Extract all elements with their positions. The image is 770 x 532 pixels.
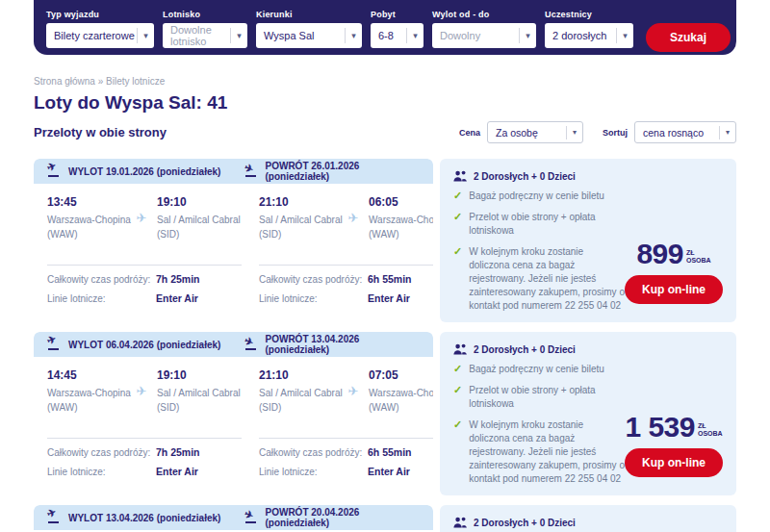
- note-text: W kolejnym kroku zostanie doliczona cena…: [469, 418, 625, 486]
- takeoff-icon: ✈: [47, 165, 61, 177]
- route: 21:10 Sal / Amilcal Cabral (SID) ✈ 06:05…: [259, 195, 433, 241]
- passengers-text: 2 Dorosłych + 0 Dzieci: [474, 344, 576, 355]
- arrival-airport: Sal / Amilcal Cabral (SID): [157, 213, 242, 241]
- segments: 13:45 Warszawa-Chopina (WAW) ✈ 19:10 Sal…: [34, 184, 433, 316]
- flight-card: ✈ WYLOT 13.04.2026 (poniedziałek) ✈ POWR…: [34, 505, 736, 532]
- duration-value: 6h 55min: [368, 273, 412, 285]
- stay-length-select[interactable]: 6-8 ▾: [371, 23, 424, 48]
- divider: [47, 438, 242, 439]
- filter-label: Uczestnicy: [545, 10, 633, 19]
- departure-time: 13:45: [47, 195, 132, 209]
- divider: [47, 265, 242, 266]
- filter-departure-range: Wylot od - do Dowolny ▾: [432, 10, 536, 48]
- plane-icon: ✈: [132, 211, 151, 241]
- sort-select[interactable]: cena rosnąco ▾: [634, 121, 736, 143]
- buy-online-button[interactable]: Kup on-line: [625, 275, 723, 304]
- note-text: W kolejnym kroku zostanie doliczona cena…: [469, 245, 625, 313]
- divider: [259, 265, 433, 266]
- duration-row: Całkowity czas podróży: 6h 55min: [259, 446, 433, 458]
- feature-item: ✓ Przelot w obie strony + opłata lotnisk…: [453, 384, 625, 411]
- feature-item: ✓ Bagaż podręczny w cenie biletu: [453, 190, 625, 203]
- results-subtitle: Przeloty w obie strony: [34, 125, 167, 139]
- divider: [259, 438, 433, 439]
- participants-select[interactable]: 2 dorosłych ▾: [545, 23, 633, 48]
- feature-text: Przelot w obie strony + opłata lotniskow…: [469, 211, 625, 238]
- note-and-price-row: ✓ W kolejnym kroku zostanie doliczona ce…: [453, 411, 723, 486]
- departure-endpoint: 13:45 Warszawa-Chopina (WAW): [47, 195, 132, 241]
- return-header: ✈ POWRÓT 26.01.2026 (poniedziałek): [244, 161, 424, 182]
- departure-time: 14:45: [47, 368, 132, 382]
- people-icon: [453, 343, 467, 355]
- plane-icon: ✈: [344, 384, 363, 415]
- search-button[interactable]: Szukaj: [646, 23, 731, 52]
- check-icon: ✓: [453, 384, 462, 411]
- segments: 14:45 Warszawa-Chopina (WAW) ✈ 19:10 Sal…: [34, 357, 433, 489]
- feature-item: ✓ Przelot w obie strony + opłata lotnisk…: [453, 211, 625, 238]
- check-icon: ✓: [453, 418, 462, 486]
- price-mode-select[interactable]: Za osobę ▾: [487, 121, 583, 143]
- chevron-down-icon: ▾: [566, 126, 582, 139]
- price-amount: 899: [636, 240, 683, 268]
- check-icon: ✓: [453, 190, 462, 203]
- flight-card: ✈ WYLOT 06.04.2026 (poniedziałek) ✈ POWR…: [34, 332, 736, 495]
- return-date: POWRÓT 13.04.2026 (poniedziałek): [266, 334, 424, 355]
- note-and-price-row: ✓ W kolejnym kroku zostanie doliczona ce…: [453, 238, 723, 313]
- departure-endpoint: 21:10 Sal / Amilcal Cabral (SID): [259, 368, 344, 415]
- price-unit: ZŁOSOBA: [698, 413, 723, 442]
- duration-row: Całkowity czas podróży: 6h 55min: [259, 273, 433, 285]
- filter-bar: Typ wyjazdu Bilety czarterowe ▾ Lotnisko…: [34, 0, 736, 55]
- return-header: ✈ POWRÓT 13.04.2026 (poniedziałek): [244, 334, 424, 355]
- sort-label: Sortuj: [603, 128, 628, 138]
- return-header: ✈ POWRÓT 20.04.2026 (poniedziałek): [244, 507, 424, 528]
- outbound-date: WYLOT 13.04.2026 (poniedziałek): [68, 513, 220, 523]
- chevron-down-icon: ▾: [406, 28, 424, 43]
- trip-type-select[interactable]: Bilety czarterowe ▾: [46, 23, 154, 48]
- arrival-endpoint: 06:05 Warszawa-Chopina (WAW): [369, 195, 433, 241]
- airline-label: Linie lotnicze:: [47, 467, 156, 477]
- outbound-segment: 13:45 Warszawa-Chopina (WAW) ✈ 19:10 Sal…: [47, 195, 242, 304]
- arrival-time: 07:05: [369, 368, 433, 382]
- duration-row: Całkowity czas podróży: 7h 25min: [47, 273, 242, 285]
- duration-row: Całkowity czas podróży: 7h 25min: [47, 446, 242, 458]
- breadcrumb[interactable]: Strona główna » Bilety lotnicze: [34, 76, 736, 87]
- filter-label: Kierunki: [256, 10, 362, 19]
- check-icon: ✓: [453, 245, 462, 313]
- duration-label: Całkowity czas podróży:: [259, 274, 368, 285]
- select-value: Za osobę: [496, 127, 538, 139]
- check-icon: ✓: [453, 363, 462, 376]
- duration-label: Całkowity czas podróży:: [259, 447, 368, 458]
- chevron-down-icon: ▾: [719, 126, 735, 139]
- price: 1 539 ZŁOSOBA: [625, 413, 722, 442]
- price-block: 1 539 ZŁOSOBA Kup on-line: [625, 411, 723, 486]
- passengers-text: 2 Dorosłych + 0 Dzieci: [474, 518, 576, 528]
- passengers-row: 2 Dorosłych + 0 Dzieci: [453, 343, 723, 355]
- results-list: ✈ WYLOT 19.01.2026 (poniedziałek) ✈ POWR…: [34, 159, 736, 532]
- filter-destination: Kierunki Wyspa Sal ▾: [256, 10, 362, 48]
- departure-range-select[interactable]: Dowolny ▾: [432, 23, 536, 48]
- select-value: 6-8: [378, 30, 394, 41]
- landing-icon: ✈: [244, 339, 258, 350]
- buy-online-button[interactable]: Kup on-line: [625, 448, 723, 477]
- outbound-date: WYLOT 06.04.2026 (poniedziałek): [68, 340, 220, 350]
- airline-value: Enter Air: [156, 466, 198, 477]
- select-value: 2 dorosłych: [552, 30, 606, 41]
- duration-value: 7h 25min: [156, 273, 200, 285]
- airport-select[interactable]: Dowolne lotnisko ▾: [163, 23, 247, 48]
- arrival-airport: Sal / Amilcal Cabral (SID): [157, 386, 242, 415]
- page-title: Loty do Wyspa Sal: 41: [34, 92, 736, 114]
- landing-icon: ✈: [244, 512, 258, 523]
- flight-details-panel: ✈ WYLOT 13.04.2026 (poniedziałek) ✈ POWR…: [34, 505, 433, 532]
- departure-airport: Sal / Amilcal Cabral (SID): [259, 213, 344, 241]
- return-segment: 21:10 Sal / Amilcal Cabral (SID) ✈ 07:05…: [259, 368, 433, 477]
- chevron-down-icon: ▾: [616, 28, 633, 43]
- passengers-row: 2 Dorosłych + 0 Dzieci: [453, 170, 723, 182]
- arrival-time: 19:10: [157, 368, 242, 382]
- arrival-airport: Warszawa-Chopina (WAW): [369, 213, 433, 241]
- departure-time: 21:10: [259, 368, 344, 382]
- destination-select[interactable]: Wyspa Sal ▾: [256, 23, 362, 48]
- airline-value: Enter Air: [368, 466, 410, 477]
- check-icon: ✓: [453, 211, 462, 238]
- offer-summary-panel: 2 Dorosłych + 0 Dzieci ✓ Bagaż podręczny…: [440, 505, 736, 532]
- duration-value: 7h 25min: [156, 446, 200, 458]
- flight-dates-band: ✈ WYLOT 13.04.2026 (poniedziałek) ✈ POWR…: [34, 505, 433, 530]
